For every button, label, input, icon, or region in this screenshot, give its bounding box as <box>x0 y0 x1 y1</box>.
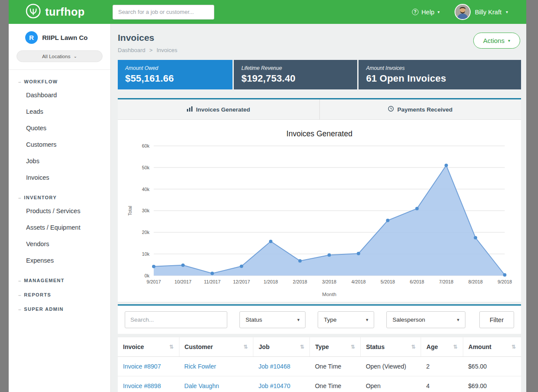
sidebar-item-dashboard[interactable]: Dashboard <box>9 87 110 103</box>
sidebar-item-quotes[interactable]: Quotes <box>9 120 110 136</box>
type-select[interactable]: Type ▼ <box>318 311 374 328</box>
brand-logo[interactable]: turfhop <box>25 3 85 21</box>
sort-icon[interactable]: ⇅ <box>169 344 173 350</box>
locations-label: All Locations <box>42 54 70 59</box>
chart-card: Invoices Generated 0k10k20k30k40k50k60k9… <box>118 120 521 302</box>
locations-selector[interactable]: All Locations ⌄ <box>17 50 103 62</box>
age-cell: 2 <box>421 357 463 376</box>
sidebar-item-assets-equipment[interactable]: Assets / Equipment <box>9 219 110 236</box>
sort-icon[interactable]: ⇅ <box>411 344 415 350</box>
sidebar-item-vendors[interactable]: Vendors <box>9 236 110 252</box>
tab-payments-received[interactable]: Payments Received <box>319 99 521 119</box>
dropdown-arrow-icon: ▼ <box>456 318 460 322</box>
nav-section-inventory: --INVENTORY <box>9 195 110 200</box>
invoices-generated-chart: 0k10k20k30k40k50k60k9/201710/201711/2017… <box>123 139 516 301</box>
company-name: RIIPL Lawn Co <box>42 34 88 41</box>
app-shell: R RIIPL Lawn Co All Locations ⌄ --WORKFL… <box>9 24 526 392</box>
table-search <box>125 311 227 328</box>
col-header-amount[interactable]: Amount⇅ <box>463 337 521 357</box>
type-cell: One Time <box>310 357 361 376</box>
stat-value: $55,161.66 <box>125 73 225 84</box>
stat-value: $192,753.40 <box>241 73 350 84</box>
global-search-input[interactable] <box>113 5 214 20</box>
breadcrumb-invoices[interactable]: Invoices <box>156 47 177 53</box>
stat-card-amount-owed: Amount Owed $55,161.66 <box>118 60 232 89</box>
page-title: Invoices <box>118 33 177 43</box>
nav-section-label: WORKFLOW <box>24 79 58 84</box>
stats-row: Amount Owed $55,161.66 Lifetime Revenue … <box>118 60 521 89</box>
amount-cell: $65.00 <box>463 357 521 376</box>
sidebar: R RIIPL Lawn Co All Locations ⌄ --WORKFL… <box>9 24 111 392</box>
svg-text:50k: 50k <box>142 165 149 170</box>
col-header-job[interactable]: Job⇅ <box>253 337 310 357</box>
page-head-text: Invoices Dashboard > Invoices <box>118 33 177 53</box>
svg-text:1/2018: 1/2018 <box>263 279 278 284</box>
sidebar-item-expenses[interactable]: Expenses <box>9 252 110 269</box>
sidebar-item-jobs[interactable]: Jobs <box>9 153 110 169</box>
sort-icon[interactable]: ⇅ <box>300 344 304 350</box>
svg-text:9/2018: 9/2018 <box>498 279 512 284</box>
salesperson-select-value: Salesperson <box>392 316 425 323</box>
svg-text:60k: 60k <box>142 143 149 148</box>
brand-name: turfhop <box>45 6 85 18</box>
company-logo: R <box>25 31 38 44</box>
col-header-age[interactable]: Age⇅ <box>421 337 463 357</box>
user-menu[interactable]: Billy Kraft ▾ <box>455 4 508 20</box>
nav-section-label: INVENTORY <box>24 195 56 200</box>
table-search-input[interactable] <box>125 311 227 328</box>
stat-label: Amount Invoices <box>366 65 514 71</box>
stat-value: 61 Open Invoices <box>366 73 514 84</box>
col-header-status[interactable]: Status⇅ <box>361 337 421 357</box>
sort-icon[interactable]: ⇅ <box>243 344 248 350</box>
tree-dash-icon: -- <box>18 79 20 84</box>
tab-invoices-generated[interactable]: Invoices Generated <box>118 99 319 119</box>
sort-icon[interactable]: ⇅ <box>453 344 458 350</box>
nav-section-label: SUPER ADMIN <box>24 306 63 312</box>
filter-bar: Status ▼ Type ▼ Salesperson ▼ Filter <box>118 304 521 334</box>
col-header-type[interactable]: Type⇅ <box>310 337 361 357</box>
global-search <box>113 5 214 20</box>
sidebar-item-invoices[interactable]: Invoices <box>9 169 110 186</box>
svg-text:10/2017: 10/2017 <box>175 279 192 284</box>
type-cell: One Time <box>310 376 361 392</box>
filter-button[interactable]: Filter <box>479 311 514 328</box>
status-select-value: Status <box>246 316 262 323</box>
chevron-down-icon: ⌄ <box>73 54 77 59</box>
svg-text:6/2018: 6/2018 <box>410 279 424 284</box>
sidebar-item-leads[interactable]: Leads <box>9 103 110 120</box>
stat-label: Lifetime Revenue <box>241 65 350 71</box>
type-select-value: Type <box>324 316 336 323</box>
customer-link[interactable]: Dale Vaughn <box>184 382 219 389</box>
sidebar-item-customers[interactable]: Customers <box>9 136 110 153</box>
breadcrumb-dashboard[interactable]: Dashboard <box>118 47 146 53</box>
invoice-link[interactable]: Invoice #8907 <box>123 363 161 370</box>
help-menu[interactable]: ? Help ▾ <box>412 9 440 16</box>
age-cell: 4 <box>421 376 463 392</box>
status-select[interactable]: Status ▼ <box>239 311 306 328</box>
stat-label: Amount Owed <box>125 65 225 71</box>
salesperson-select[interactable]: Salesperson ▼ <box>386 311 465 328</box>
customer-link[interactable]: Rick Fowler <box>184 363 216 370</box>
turfhop-logo-icon <box>25 3 41 21</box>
company-row: R RIIPL Lawn Co <box>9 31 110 44</box>
nav-section-reports: --REPORTS <box>9 292 110 297</box>
help-icon: ? <box>412 9 418 15</box>
svg-text:40k: 40k <box>142 187 149 192</box>
col-header-customer[interactable]: Customer⇅ <box>179 337 253 357</box>
svg-text:5/2018: 5/2018 <box>381 279 395 284</box>
user-name: Billy Kraft <box>475 9 501 16</box>
main-content: Invoices Dashboard > Invoices Actions ▾ … <box>111 24 526 392</box>
nav-section-management: --MANAGEMENT <box>9 278 110 283</box>
sidebar-item-products-services[interactable]: Products / Services <box>9 203 110 219</box>
invoice-link[interactable]: Invoice #8898 <box>123 382 161 389</box>
svg-text:11/2017: 11/2017 <box>204 279 220 284</box>
tab-label: Payments Received <box>397 106 452 113</box>
sort-icon[interactable]: ⇅ <box>351 344 355 350</box>
sort-icon[interactable]: ⇅ <box>511 344 516 350</box>
chevron-down-icon: ▾ <box>506 10 508 14</box>
job-link[interactable]: Job #10468 <box>259 363 290 370</box>
col-header-invoice[interactable]: Invoice⇅ <box>118 337 179 357</box>
actions-button[interactable]: Actions ▾ <box>473 33 520 49</box>
invoices-table: Invoice⇅ Customer⇅ Job⇅ Type⇅ Status⇅ Ag… <box>118 337 521 392</box>
job-link[interactable]: Job #10470 <box>259 382 290 389</box>
